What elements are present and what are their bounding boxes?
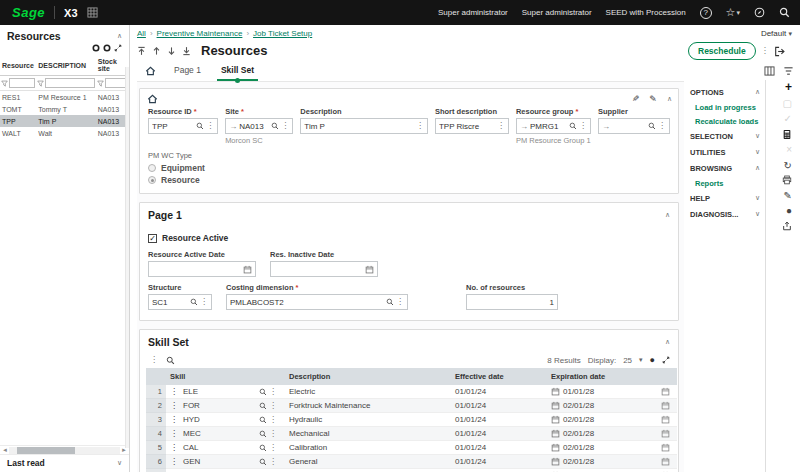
- filter-rows-icon[interactable]: [783, 66, 794, 76]
- row-menu-icon[interactable]: ⋮: [166, 413, 179, 427]
- row-menu-icon[interactable]: ⋮: [166, 399, 179, 413]
- tab-skill-set[interactable]: Skill Set: [219, 61, 256, 81]
- record-row-tpp-selected[interactable]: TPP Tim P NA013: [0, 115, 129, 127]
- circle-icon-2[interactable]: [103, 44, 111, 52]
- lookup-icon[interactable]: [190, 298, 198, 306]
- help-icon[interactable]: ?: [700, 7, 712, 19]
- filter-description-input[interactable]: [45, 78, 94, 88]
- user-name[interactable]: Super administrator: [522, 8, 592, 17]
- skill-table-row[interactable]: 4 ⋮ MEC ⋮ Mechanical 01/01/24 02/01/28: [146, 427, 677, 441]
- field-menu-icon[interactable]: ⋮: [281, 122, 289, 130]
- row-menu-icon[interactable]: ⋮: [166, 469, 179, 472]
- first-record-icon[interactable]: [137, 46, 146, 56]
- calendar-icon[interactable]: [551, 387, 560, 396]
- field-menu-icon[interactable]: ⋮: [269, 430, 277, 438]
- calendar-icon[interactable]: [365, 265, 374, 274]
- navigation-compass-icon[interactable]: [754, 7, 765, 18]
- resource-active-checkbox[interactable]: ✓: [148, 234, 157, 243]
- field-menu-icon[interactable]: ⋮: [579, 122, 587, 130]
- radio-resource-circle[interactable]: [148, 176, 156, 184]
- jump-to-icon[interactable]: →: [602, 122, 610, 131]
- skill-table-row[interactable]: 6 ⋮ GEN ⋮ General 01/01/24 02/01/28: [146, 455, 677, 469]
- gear-icon[interactable]: ●: [650, 355, 655, 365]
- skill-table-row[interactable]: 7 ⋮ MAI ⋮ Maintenance 01/01/24 02/01/28: [146, 469, 677, 472]
- menu-section-utilities[interactable]: UTILITIES ∨: [688, 144, 762, 160]
- lookup-icon[interactable]: [196, 122, 204, 130]
- lookup-icon[interactable]: [569, 122, 577, 130]
- row-menu-icon[interactable]: ⋮: [166, 385, 179, 399]
- short-description-field[interactable]: TPP Riscre ⋮: [435, 118, 509, 134]
- radio-equipment[interactable]: Equipment: [148, 163, 670, 173]
- skill-table-row[interactable]: 5 ⋮ CAL ⋮ Calibration 01/01/24 02/01/28: [146, 441, 677, 455]
- app-grid-icon[interactable]: [87, 7, 98, 18]
- lookup-icon[interactable]: [259, 416, 267, 424]
- tab-home-icon[interactable]: [145, 66, 156, 81]
- grid-search-icon[interactable]: [166, 356, 175, 365]
- calendar-icon[interactable]: [661, 457, 673, 466]
- menu-section-help[interactable]: HELP ∨: [688, 190, 762, 206]
- new-record-icon[interactable]: +: [785, 82, 792, 93]
- resource-active-date-field[interactable]: [148, 261, 256, 277]
- calendar-icon[interactable]: [551, 443, 560, 452]
- col-header-description[interactable]: DESCRIPTION: [36, 55, 95, 76]
- previous-record-icon[interactable]: [152, 46, 161, 56]
- radio-resource[interactable]: Resource: [148, 175, 670, 185]
- calendar-icon[interactable]: [661, 401, 673, 410]
- no-of-resources-field[interactable]: 1: [466, 294, 558, 310]
- skill-table-row[interactable]: 1 ⋮ ELE ⋮ Electric 01/01/24 01/01/28: [146, 385, 677, 399]
- last-read-chevron-icon[interactable]: ∨: [117, 459, 122, 467]
- resource-active-checkbox-row[interactable]: ✓ Resource Active: [140, 225, 678, 245]
- section-home-icon[interactable]: [140, 89, 678, 104]
- calendar-icon[interactable]: [661, 443, 673, 452]
- skill-table-row[interactable]: 2 ⋮ FOR ⋮ Forktruck Maintenance 01/01/24…: [146, 399, 677, 413]
- last-read-section[interactable]: Last read ∨: [0, 454, 129, 472]
- structure-field[interactable]: SC1 ⋮: [148, 294, 212, 310]
- radio-equipment-circle[interactable]: [148, 164, 156, 172]
- filter-resource-input[interactable]: [9, 78, 35, 88]
- resource-group-field[interactable]: → PMRG1 ⋮: [516, 118, 591, 134]
- record-row-tomt[interactable]: TOMT Tommy T NA013: [0, 103, 129, 115]
- lookup-icon[interactable]: [271, 122, 279, 130]
- lookup-icon[interactable]: [259, 430, 267, 438]
- print-icon[interactable]: [782, 175, 792, 185]
- field-menu-icon[interactable]: ⋮: [269, 458, 277, 466]
- expand-grid-icon[interactable]: [662, 356, 670, 364]
- record-options-icon[interactable]: ●: [786, 205, 792, 216]
- edit-pencil-icon[interactable]: ✎: [649, 94, 657, 104]
- next-record-icon[interactable]: [167, 46, 176, 56]
- menu-section-diagnosis[interactable]: DIAGNOSIS... ∨: [688, 206, 762, 222]
- skill-table-row[interactable]: 3 ⋮ HYD ⋮ Hydraulic 01/01/24 02/01/28: [146, 413, 677, 427]
- supplier-field[interactable]: → ⋮: [598, 118, 670, 134]
- endpoint-name[interactable]: SEED with Procession: [606, 8, 686, 17]
- col-header-skill[interactable]: Skill: [166, 368, 255, 385]
- edit-pencil-icon[interactable]: ✎: [632, 94, 640, 104]
- menu-section-options[interactable]: OPTIONS ∧: [688, 84, 762, 100]
- lookup-icon[interactable]: [259, 458, 267, 466]
- calendar-icon[interactable]: [243, 265, 252, 274]
- calendar-icon[interactable]: [661, 387, 673, 396]
- field-menu-icon[interactable]: ⋮: [416, 122, 424, 130]
- menu-section-selection[interactable]: SELECTION ∨: [688, 128, 762, 144]
- export-icon[interactable]: [782, 221, 792, 231]
- breadcrumb-preventive-maintenance[interactable]: Preventive Maintenance: [157, 29, 243, 38]
- col-header-description[interactable]: Description: [285, 368, 451, 385]
- menu-link-reports[interactable]: Reports: [688, 176, 762, 190]
- columns-layout-icon[interactable]: [764, 66, 775, 76]
- costing-dimension-field[interactable]: PMLABCOST2 ⋮: [226, 294, 408, 310]
- field-menu-icon[interactable]: ⋮: [269, 416, 277, 424]
- calendar-icon[interactable]: [661, 415, 673, 424]
- jump-to-icon[interactable]: →: [229, 122, 237, 131]
- row-menu-icon[interactable]: ⋮: [166, 427, 179, 441]
- field-menu-icon[interactable]: ⋮: [269, 444, 277, 452]
- refresh-icon[interactable]: ↻: [784, 160, 792, 171]
- row-menu-icon[interactable]: ⋮: [166, 441, 179, 455]
- tab-page-1[interactable]: Page 1: [172, 61, 203, 81]
- attachment-pencil-icon[interactable]: ✎: [784, 190, 792, 201]
- field-menu-icon[interactable]: ⋮: [269, 402, 277, 410]
- expand-panel-icon[interactable]: [114, 44, 122, 52]
- description-field[interactable]: Tim P ⋮: [300, 118, 428, 134]
- col-header-effective-date[interactable]: Effective date: [451, 368, 547, 385]
- search-icon[interactable]: [779, 7, 790, 18]
- menu-section-browsing[interactable]: BROWSING ∧: [688, 160, 762, 176]
- scroll-left-icon[interactable]: ◄: [2, 447, 8, 453]
